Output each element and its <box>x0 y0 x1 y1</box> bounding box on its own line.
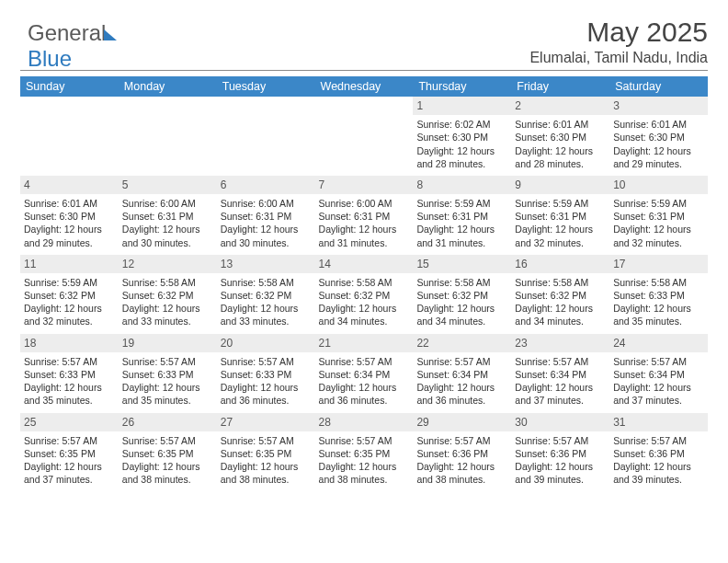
sunrise-line: Sunrise: 6:01 AM <box>613 118 704 131</box>
sunset-line: Sunset: 6:31 PM <box>221 210 312 223</box>
weekday-header: Sunday <box>20 76 119 97</box>
calendar-cell <box>315 97 414 176</box>
logo-text-2: Blue <box>28 46 72 71</box>
sunset-line: Sunset: 6:34 PM <box>515 368 606 381</box>
sunrise-line: Sunrise: 5:57 AM <box>221 434 312 447</box>
calendar-cell <box>20 97 119 176</box>
daylight-line: Daylight: 12 hours and 34 minutes. <box>319 302 410 327</box>
day-number: 17 <box>609 255 708 273</box>
sunrise-line: Sunrise: 5:58 AM <box>613 276 704 289</box>
calendar-cell: 9Sunrise: 5:59 AMSunset: 6:31 PMDaylight… <box>511 176 609 255</box>
calendar-cell: 13Sunrise: 5:58 AMSunset: 6:32 PMDayligh… <box>217 255 315 334</box>
daylight-line: Daylight: 12 hours and 31 minutes. <box>416 223 507 248</box>
sunset-line: Sunset: 6:31 PM <box>416 210 507 223</box>
sunset-line: Sunset: 6:30 PM <box>515 131 606 144</box>
sunset-line: Sunset: 6:32 PM <box>24 289 115 302</box>
sunset-line: Sunset: 6:34 PM <box>613 368 704 381</box>
day-number: 26 <box>119 413 217 431</box>
calendar-cell: 27Sunrise: 5:57 AMSunset: 6:35 PMDayligh… <box>217 413 315 492</box>
calendar-cell: 15Sunrise: 5:58 AMSunset: 6:32 PMDayligh… <box>413 255 511 334</box>
sunrise-line: Sunrise: 6:02 AM <box>416 118 507 131</box>
sunset-line: Sunset: 6:32 PM <box>122 289 213 302</box>
day-number: 3 <box>609 97 708 115</box>
calendar-cell: 10Sunrise: 5:59 AMSunset: 6:31 PMDayligh… <box>609 176 708 255</box>
weekday-header-row: SundayMondayTuesdayWednesdayThursdayFrid… <box>20 76 708 97</box>
calendar-cell: 30Sunrise: 5:57 AMSunset: 6:36 PMDayligh… <box>511 413 609 492</box>
sunset-line: Sunset: 6:31 PM <box>613 210 704 223</box>
calendar-week: 25Sunrise: 5:57 AMSunset: 6:35 PMDayligh… <box>20 413 708 492</box>
daylight-line: Daylight: 12 hours and 29 minutes. <box>24 223 115 248</box>
daylight-line: Daylight: 12 hours and 32 minutes. <box>613 223 704 248</box>
daylight-line: Daylight: 12 hours and 32 minutes. <box>24 302 115 327</box>
weekday-header: Friday <box>511 76 609 97</box>
calendar-cell: 17Sunrise: 5:58 AMSunset: 6:33 PMDayligh… <box>609 255 708 334</box>
calendar-cell: 29Sunrise: 5:57 AMSunset: 6:36 PMDayligh… <box>413 413 511 492</box>
daylight-line: Daylight: 12 hours and 37 minutes. <box>613 381 704 407</box>
daylight-line: Daylight: 12 hours and 37 minutes. <box>515 381 606 407</box>
day-number: 20 <box>217 334 315 352</box>
sunset-line: Sunset: 6:34 PM <box>416 368 507 381</box>
day-number: 5 <box>119 176 217 194</box>
daylight-line: Daylight: 12 hours and 36 minutes. <box>221 381 312 407</box>
day-number: 22 <box>413 334 511 352</box>
calendar-cell: 2Sunrise: 6:01 AMSunset: 6:30 PMDaylight… <box>511 97 609 176</box>
calendar-cell: 8Sunrise: 5:59 AMSunset: 6:31 PMDaylight… <box>413 176 511 255</box>
day-number: 14 <box>315 255 414 273</box>
sunset-line: Sunset: 6:33 PM <box>24 368 115 381</box>
sunrise-line: Sunrise: 5:57 AM <box>24 355 115 368</box>
calendar-cell: 28Sunrise: 5:57 AMSunset: 6:35 PMDayligh… <box>315 413 414 492</box>
sunrise-line: Sunrise: 6:01 AM <box>24 197 115 210</box>
daylight-line: Daylight: 12 hours and 28 minutes. <box>416 144 507 170</box>
calendar-cell: 26Sunrise: 5:57 AMSunset: 6:35 PMDayligh… <box>119 413 217 492</box>
calendar-cell <box>119 97 217 176</box>
weekday-header: Wednesday <box>315 76 414 97</box>
day-number: 24 <box>609 334 708 352</box>
calendar-cell: 23Sunrise: 5:57 AMSunset: 6:34 PMDayligh… <box>511 334 609 413</box>
sunset-line: Sunset: 6:31 PM <box>319 210 410 223</box>
sunset-line: Sunset: 6:32 PM <box>515 289 606 302</box>
daylight-line: Daylight: 12 hours and 38 minutes. <box>122 460 213 486</box>
daylight-line: Daylight: 12 hours and 30 minutes. <box>122 223 213 248</box>
calendar-cell: 12Sunrise: 5:58 AMSunset: 6:32 PMDayligh… <box>119 255 217 334</box>
calendar-cell: 5Sunrise: 6:00 AMSunset: 6:31 PMDaylight… <box>119 176 217 255</box>
sunrise-line: Sunrise: 6:01 AM <box>515 118 606 131</box>
calendar-cell: 7Sunrise: 6:00 AMSunset: 6:31 PMDaylight… <box>315 176 414 255</box>
sunset-line: Sunset: 6:30 PM <box>24 210 115 223</box>
sunrise-line: Sunrise: 6:00 AM <box>122 197 213 210</box>
day-number <box>315 97 414 114</box>
logo-text-1: General <box>28 20 106 45</box>
sunrise-line: Sunrise: 5:57 AM <box>416 434 507 447</box>
weekday-header: Thursday <box>413 76 511 97</box>
calendar-cell <box>217 97 315 176</box>
sunrise-line: Sunrise: 6:00 AM <box>221 197 312 210</box>
sunrise-line: Sunrise: 5:57 AM <box>122 355 213 368</box>
sunrise-line: Sunrise: 5:58 AM <box>515 276 606 289</box>
sunrise-line: Sunrise: 5:57 AM <box>221 355 312 368</box>
day-number <box>217 97 315 114</box>
day-number: 27 <box>217 413 315 431</box>
calendar-cell: 16Sunrise: 5:58 AMSunset: 6:32 PMDayligh… <box>511 255 609 334</box>
calendar-cell: 4Sunrise: 6:01 AMSunset: 6:30 PMDaylight… <box>20 176 119 255</box>
sunrise-line: Sunrise: 5:57 AM <box>319 355 410 368</box>
sunrise-line: Sunrise: 5:57 AM <box>416 355 507 368</box>
daylight-line: Daylight: 12 hours and 35 minutes. <box>122 381 213 407</box>
sunrise-line: Sunrise: 5:57 AM <box>515 434 606 447</box>
calendar-cell: 11Sunrise: 5:59 AMSunset: 6:32 PMDayligh… <box>20 255 119 334</box>
day-number <box>20 97 119 114</box>
sunrise-line: Sunrise: 5:57 AM <box>319 434 410 447</box>
sunset-line: Sunset: 6:36 PM <box>515 447 606 460</box>
day-number: 10 <box>609 176 708 194</box>
sunrise-line: Sunrise: 5:58 AM <box>122 276 213 289</box>
weekday-header: Saturday <box>609 76 708 97</box>
calendar-cell: 22Sunrise: 5:57 AMSunset: 6:34 PMDayligh… <box>413 334 511 413</box>
calendar-cell: 14Sunrise: 5:58 AMSunset: 6:32 PMDayligh… <box>315 255 414 334</box>
weekday-header: Monday <box>119 76 217 97</box>
daylight-line: Daylight: 12 hours and 35 minutes. <box>613 302 704 327</box>
daylight-line: Daylight: 12 hours and 36 minutes. <box>319 381 410 407</box>
daylight-line: Daylight: 12 hours and 33 minutes. <box>221 302 312 327</box>
sunset-line: Sunset: 6:32 PM <box>319 289 410 302</box>
daylight-line: Daylight: 12 hours and 33 minutes. <box>122 302 213 327</box>
day-number: 28 <box>315 413 414 431</box>
sunrise-line: Sunrise: 5:59 AM <box>613 197 704 210</box>
sunrise-line: Sunrise: 5:57 AM <box>24 434 115 447</box>
